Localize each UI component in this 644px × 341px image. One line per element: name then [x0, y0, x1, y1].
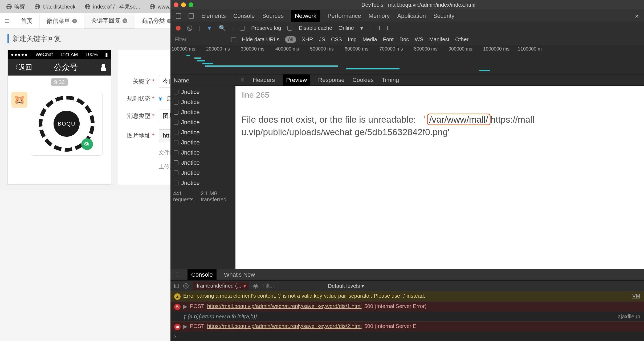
error-url[interactable]: https://mall.boqu.vip/admin/wechat.reply…: [207, 323, 361, 329]
browser-tab[interactable]: blacklistcheck: [30, 2, 80, 12]
levels-select[interactable]: Default levels ▾: [328, 283, 364, 289]
filter-icon[interactable]: ▼: [206, 25, 212, 32]
error-url[interactable]: https://mall.boqu.vip/admin/wechat.reply…: [207, 303, 361, 309]
filter-xhr[interactable]: XHR: [302, 36, 313, 43]
browser-tab[interactable]: index of / - 苹果se...: [81, 1, 144, 13]
eval-source[interactable]: ajaxfileup: [618, 314, 640, 320]
detail-tab-response[interactable]: Response: [318, 77, 344, 84]
panel-security[interactable]: Security: [433, 13, 454, 19]
request-item[interactable]: Jnotice: [170, 148, 235, 158]
request-checkbox[interactable]: [174, 140, 178, 145]
request-item[interactable]: Jnotice: [170, 87, 235, 97]
browser-tab[interactable]: 唤醒: [2, 1, 29, 13]
request-checkbox[interactable]: [174, 130, 178, 135]
filter-media[interactable]: Media: [362, 36, 377, 43]
request-item[interactable]: Jnotice: [170, 178, 235, 188]
close-icon[interactable]: ✕: [123, 18, 127, 23]
person-icon[interactable]: [99, 63, 107, 71]
warning-source[interactable]: VM: [632, 293, 640, 299]
nav-tab-keyword-reply[interactable]: 关键字回复✕: [84, 13, 134, 28]
console-error[interactable]: ✖ ▶ POST https://mall.boqu.vip/admin/wec…: [170, 322, 644, 332]
request-checkbox[interactable]: [174, 100, 178, 105]
filter-all[interactable]: All: [285, 36, 296, 43]
request-item[interactable]: Jnotice: [170, 138, 235, 148]
console-filter-input[interactable]: [262, 283, 318, 289]
disable-cache-checkbox[interactable]: [287, 26, 292, 31]
detail-tab-timing[interactable]: Timing: [382, 77, 399, 84]
search-icon[interactable]: 🔍: [219, 25, 226, 32]
device-icon[interactable]: [189, 13, 194, 19]
panel-memory[interactable]: Memory: [369, 13, 390, 19]
request-item[interactable]: Jnotice: [170, 168, 235, 178]
live-expr-icon[interactable]: ◉: [253, 282, 258, 289]
filter-manifest[interactable]: Manifest: [429, 36, 450, 43]
request-checkbox[interactable]: [174, 181, 178, 185]
filter-ws[interactable]: WS: [415, 36, 423, 43]
detail-tab-cookies[interactable]: Cookies: [352, 77, 373, 84]
inspect-icon[interactable]: [176, 13, 181, 19]
reqlist-header[interactable]: Name: [170, 74, 235, 87]
panel-console[interactable]: Console: [233, 13, 255, 19]
network-timeline[interactable]: 100000 ms 200000 ms 300000 ms 400000 ms …: [170, 45, 644, 74]
request-item[interactable]: Jnotice: [170, 107, 235, 117]
detail-tab-headers[interactable]: Headers: [253, 77, 275, 84]
request-checkbox[interactable]: [174, 120, 178, 125]
request-checkbox[interactable]: [174, 160, 178, 165]
preview-pane[interactable]: line 265 File does not exist, or the fil…: [235, 86, 644, 269]
rule-enable-radio[interactable]: [159, 97, 162, 101]
filter-other[interactable]: Other: [455, 36, 468, 43]
console-eval[interactable]: ƒ (a,b){return new n.fn.init(a,b)} ajaxf…: [170, 312, 644, 322]
request-item[interactable]: Jnotice: [170, 97, 235, 107]
back-button[interactable]: 〈返回: [11, 63, 32, 72]
hide-urls-checkbox[interactable]: [231, 37, 236, 42]
hamburger-icon[interactable]: ≡: [0, 17, 14, 25]
nav-tab-wechat-menu[interactable]: 微信菜单✕: [40, 13, 84, 28]
traffic-close-icon[interactable]: [174, 2, 178, 7]
drawer-menu-icon[interactable]: ⋮: [174, 271, 180, 278]
panel-network[interactable]: Network: [291, 10, 320, 22]
throttle-select[interactable]: Online: [339, 25, 354, 31]
request-item[interactable]: Jnotice: [170, 127, 235, 138]
clear-console-icon[interactable]: [183, 283, 189, 289]
more-panels-icon[interactable]: »: [635, 12, 639, 20]
filter-js[interactable]: JS: [319, 36, 325, 43]
drawer-tab-console[interactable]: Console: [188, 269, 217, 280]
nav-tab-home[interactable]: 首页: [14, 13, 40, 28]
expand-icon[interactable]: ▶: [183, 303, 187, 310]
request-checkbox[interactable]: [174, 150, 178, 155]
request-checkbox[interactable]: [174, 110, 178, 115]
console-warning[interactable]: ▲ Error parsing a meta element's content…: [170, 291, 644, 302]
panel-sources[interactable]: Sources: [262, 13, 284, 19]
console-prompt[interactable]: ›: [170, 332, 644, 341]
download-icon[interactable]: ⬇: [385, 25, 390, 31]
panel-performance[interactable]: Performance: [328, 13, 361, 19]
close-detail-icon[interactable]: ✕: [240, 77, 245, 83]
request-checkbox[interactable]: [174, 170, 178, 175]
upload-icon[interactable]: ⬆: [377, 25, 382, 31]
console-error[interactable]: 5 ▶ POST https://mall.boqu.vip/admin/wec…: [170, 302, 644, 312]
wechat-miniapp-icon: ෧: [81, 138, 93, 150]
panel-elements[interactable]: Elements: [201, 13, 226, 19]
context-select[interactable]: iframeundefined (... ▾: [193, 282, 249, 290]
detail-tab-preview[interactable]: Preview: [283, 74, 310, 86]
clock-label: 1:21 AM: [60, 52, 78, 57]
filter-css[interactable]: CSS: [331, 36, 342, 43]
console-sidebar-icon[interactable]: [174, 284, 179, 288]
close-icon[interactable]: ✕: [72, 19, 77, 23]
record-icon[interactable]: [176, 26, 181, 31]
drawer-tab-whatsnew[interactable]: What's New: [224, 271, 255, 278]
filter-input[interactable]: [175, 36, 225, 43]
clear-icon[interactable]: [187, 26, 192, 31]
filter-img[interactable]: Img: [348, 36, 357, 43]
traffic-max-icon[interactable]: [189, 2, 193, 7]
expand-icon[interactable]: ▶: [183, 323, 187, 330]
request-item[interactable]: Jnotice: [170, 117, 235, 127]
filter-doc[interactable]: Doc: [400, 36, 409, 43]
request-item[interactable]: Jnotice: [170, 158, 235, 168]
preserve-log-checkbox[interactable]: [240, 26, 245, 31]
panel-application[interactable]: Application: [397, 13, 426, 19]
request-checkbox[interactable]: [174, 90, 178, 94]
traffic-min-icon[interactable]: [181, 2, 186, 7]
imgurl-label: 图片地址 *: [125, 132, 154, 140]
filter-font[interactable]: Font: [383, 36, 394, 43]
